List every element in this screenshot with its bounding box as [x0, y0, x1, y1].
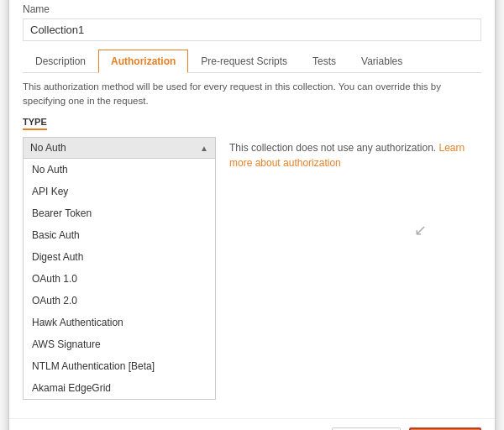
collection-name-input[interactable]: [23, 18, 481, 41]
auth-content-area: No Auth ▲ No Auth API Key Bearer Token B…: [23, 137, 481, 400]
name-label: Name: [23, 3, 481, 15]
auth-type-dropdown-area: No Auth ▲ No Auth API Key Bearer Token B…: [23, 137, 216, 400]
auth-type-dropdown-list: No Auth API Key Bearer Token Basic Auth …: [23, 159, 216, 400]
modal-body: Name Description Authorization Pre-reque…: [9, 0, 495, 410]
type-label: TYPE: [23, 117, 47, 130]
auth-info-wrapper: This collection does not use any authori…: [229, 137, 481, 400]
tab-authorization[interactable]: Authorization: [98, 50, 188, 73]
dropdown-option-akamai[interactable]: Akamai EdgeGrid: [24, 377, 215, 399]
dropdown-option-api-key[interactable]: API Key: [24, 181, 215, 202]
dropdown-option-aws[interactable]: AWS Signature: [24, 333, 215, 355]
dropdown-option-digest-auth[interactable]: Digest Auth: [24, 246, 215, 268]
cursor-icon: ↙: [414, 222, 427, 239]
tab-description[interactable]: Description: [23, 50, 98, 73]
auth-description: This authorization method will be used f…: [23, 80, 481, 109]
tab-tests[interactable]: Tests: [300, 50, 349, 73]
dropdown-selected-value: No Auth: [30, 142, 66, 154]
auth-type-dropdown-toggle[interactable]: No Auth ▲: [23, 137, 216, 159]
auth-info-area: This collection does not use any authori…: [229, 137, 481, 170]
tabs-bar: Description Authorization Pre-request Sc…: [23, 50, 481, 73]
edit-collection-modal: EDIT COLLECTION ❯ Name Description Autho…: [8, 0, 496, 430]
tab-variables[interactable]: Variables: [349, 50, 415, 73]
dropdown-arrow-icon: ▲: [200, 144, 208, 153]
tab-pre-request[interactable]: Pre-request Scripts: [188, 50, 300, 73]
dropdown-option-ntlm[interactable]: NTLM Authentication [Beta]: [24, 355, 215, 377]
dropdown-option-oauth1[interactable]: OAuth 1.0: [24, 268, 215, 290]
auth-info-text: This collection does not use any authori…: [229, 140, 481, 170]
dropdown-option-no-auth[interactable]: No Auth: [24, 159, 215, 181]
dropdown-option-hawk[interactable]: Hawk Authentication: [24, 312, 215, 333]
modal-footer: Cancel Update: [9, 418, 495, 430]
dropdown-option-bearer-token[interactable]: Bearer Token: [24, 202, 215, 224]
dropdown-option-oauth2[interactable]: OAuth 2.0: [24, 290, 215, 312]
dropdown-option-basic-auth[interactable]: Basic Auth: [24, 224, 215, 246]
